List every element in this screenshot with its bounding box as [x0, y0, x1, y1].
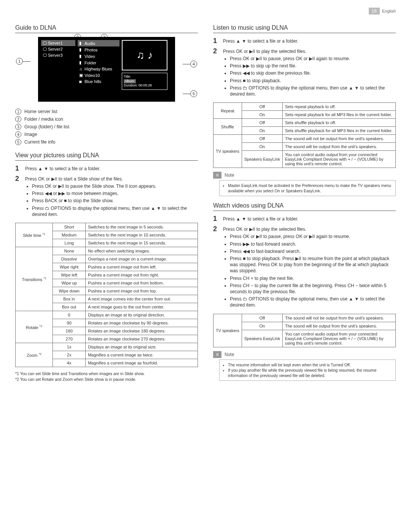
option-desc: The sound will not be output from the un…: [282, 135, 395, 143]
option-desc: Pushes a current image out from bottom.: [86, 279, 198, 287]
folder-icon: ▮: [79, 60, 83, 65]
option-value: Box out: [53, 303, 86, 311]
callout-1: 1: [16, 58, 23, 65]
option-value: 1x: [53, 343, 86, 351]
video-note: ≡Note The resume information will be kep…: [213, 351, 396, 381]
music-steps: 1Press ▲ ▼ to select a file or a folder.…: [213, 37, 396, 99]
option-desc: Displays an image at its original size.: [86, 343, 198, 351]
option-value: Box in: [53, 295, 86, 303]
page-header: 18 English: [15, 8, 396, 14]
option-desc: Sets repeat playback for all MP3 files i…: [282, 111, 395, 119]
option-value: Wipe up: [53, 279, 86, 287]
option-desc: No effect when switching images.: [86, 247, 198, 255]
option-desc: A next image goes to the out from center…: [86, 303, 198, 311]
video-icon: ▣: [79, 73, 83, 78]
music-icon: ♫: [79, 67, 83, 71]
diagram-servers: 🖵Server1 🖵Server2 🖵Server3: [41, 40, 75, 99]
option-value: 0: [53, 311, 86, 319]
callout-4: 4: [190, 61, 197, 67]
setting-name: Shuffle: [213, 119, 242, 135]
option-desc: Magnifies a current image as twice.: [86, 351, 198, 359]
setting-name: Zoom *2: [16, 343, 53, 367]
folder-icon: ▮: [79, 47, 83, 52]
folder-icon: ▮: [79, 54, 83, 59]
option-value: 2x: [53, 351, 86, 359]
option-desc: Pushes a current image out from top.: [86, 287, 198, 295]
option-desc: The sound will be output from the unit's…: [282, 143, 395, 151]
option-desc: Rotates an image clockwise by 90 degrees…: [86, 319, 198, 327]
diagram-preview: ♫ ♪ Title: Album: Duration: 00:05:28: [122, 40, 167, 99]
option-value: Short: [53, 223, 86, 231]
setting-name: Transitions *1: [16, 247, 53, 311]
option-value: Dissolve: [53, 255, 86, 263]
option-desc: You can control audio output from your c…: [282, 330, 395, 347]
dlna-diagram-wrap: 2 3 1 4 5 🖵Server1 🖵Server2 🖵Server3 ▮Au…: [15, 37, 198, 102]
option-desc: You can control audio output from your c…: [282, 151, 395, 168]
diagram-files: ▮Audio ▮Photos ▮Video ▮Folder ♫Highway B…: [78, 40, 119, 99]
option-value: 180: [53, 327, 86, 335]
option-desc: Switches to the next image in 10 seconds…: [86, 231, 198, 239]
option-desc: A next image comes into the center from …: [86, 295, 198, 303]
option-desc: The sound will not be output from the un…: [282, 314, 395, 322]
option-value: On: [242, 111, 282, 119]
server-icon: 🖵: [43, 47, 46, 51]
option-value: 270: [53, 335, 86, 343]
music-options-table: RepeatOffSets repeat playback to off.OnS…: [213, 102, 396, 168]
option-desc: Overlaps a next image on a current image…: [86, 255, 198, 263]
server-icon: 🖵: [43, 53, 46, 58]
callout-5: 5: [190, 90, 197, 97]
video-steps: 1Press ▲ ▼ to select a file or a folder.…: [213, 215, 396, 310]
note-icon: ≡: [213, 172, 221, 179]
option-value: Wipe left: [53, 271, 86, 279]
option-desc: The sound will be output from the unit's…: [282, 322, 395, 330]
option-value: Off: [242, 119, 282, 127]
option-desc: Sets shuffle playback to off.: [282, 119, 395, 127]
option-value: Speakers EasyLink: [242, 330, 282, 347]
option-value: On: [242, 143, 282, 151]
folder-icon: ▮: [79, 41, 83, 46]
option-value: Wipe right: [53, 263, 86, 271]
option-value: 4x: [53, 359, 86, 367]
option-desc: Rotates an image clockwise 180 degrees.: [86, 327, 198, 335]
pictures-footnotes: *1 You can set Slide time and Transition…: [15, 371, 198, 382]
option-value: Speakers EasyLink: [242, 151, 282, 168]
preview-image: ♫ ♪: [122, 40, 167, 70]
option-desc: Magnifies a current image as fourfold.: [86, 359, 198, 367]
option-value: Off: [242, 135, 282, 143]
option-desc: Sets shuffle playback for all MP3 files …: [282, 127, 395, 135]
video-title: Watch videos using DLNA: [213, 202, 396, 211]
option-desc: Pushes a current image out from right.: [86, 271, 198, 279]
right-column: Listen to music using DLNA 1Press ▲ ▼ to…: [213, 18, 396, 385]
option-desc: Sets repeat playback to off.: [282, 103, 395, 111]
left-column: Guide to DLNA 2 3 1 4 5 🖵Server1 🖵Server…: [15, 18, 198, 385]
pictures-options-table: Slide time *1ShortSwitches to the next i…: [15, 223, 198, 367]
music-note: ≡Note Master EasyLink must be activated …: [213, 172, 396, 196]
music-title: Listen to music using DLNA: [213, 24, 396, 33]
option-value: Wipe down: [53, 287, 86, 295]
page-number: 18: [369, 8, 380, 14]
option-value: Off: [242, 103, 282, 111]
option-value: None: [53, 247, 86, 255]
option-desc: Rotates an image clockwise 270 degrees.: [86, 335, 198, 343]
setting-name: TV speakers: [213, 135, 242, 168]
setting-name: Slide time *1: [16, 223, 53, 247]
preview-info: Title: Album: Duration: 00:05:28: [122, 73, 167, 90]
option-value: On: [242, 322, 282, 330]
pictures-title: View your pictures using DLNA: [15, 152, 198, 161]
option-desc: Displays an image at its original direct…: [86, 311, 198, 319]
option-value: Off: [242, 314, 282, 322]
video-options-table: TV speakersOffThe sound will not be outp…: [213, 314, 396, 347]
option-desc: Pushes a current image out from left.: [86, 263, 198, 271]
setting-name: TV speakers: [213, 314, 242, 347]
server-icon: 🖵: [43, 41, 46, 45]
option-desc: Switches to the next image in 15 seconds…: [86, 239, 198, 247]
option-value: Long: [53, 239, 86, 247]
option-value: On: [242, 127, 282, 135]
note-icon: ≡: [213, 351, 221, 358]
setting-name: Repeat: [213, 103, 242, 119]
option-value: 90: [53, 319, 86, 327]
option-desc: Switches to the next image in 5 seconds.: [86, 223, 198, 231]
photo-icon: ◙: [79, 79, 83, 84]
language-label: English: [382, 9, 396, 13]
guide-title: Guide to DLNA: [15, 24, 198, 33]
